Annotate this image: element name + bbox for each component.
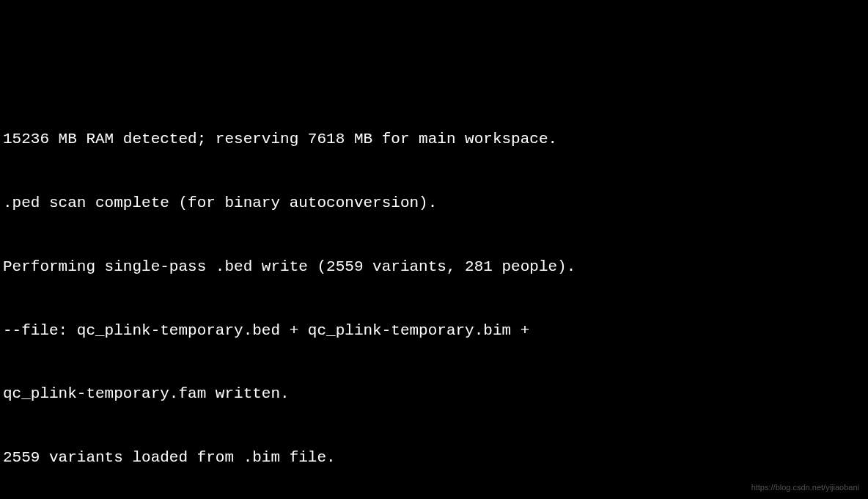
watermark-text: https://blog.csdn.net/yijiaobani <box>751 482 859 493</box>
terminal-line: Performing single-pass .bed write (2559 … <box>3 257 865 278</box>
terminal-line: qc_plink-temporary.fam written. <box>3 384 865 405</box>
terminal-line: 2559 variants loaded from .bim file. <box>3 448 865 469</box>
terminal-output: 15236 MB RAM detected; reserving 7618 MB… <box>3 87 865 499</box>
terminal-line: 15236 MB RAM detected; reserving 7618 MB… <box>3 129 865 150</box>
terminal-line: .ped scan complete (for binary autoconve… <box>3 193 865 214</box>
terminal-line: --file: qc_plink-temporary.bed + qc_plin… <box>3 321 865 342</box>
